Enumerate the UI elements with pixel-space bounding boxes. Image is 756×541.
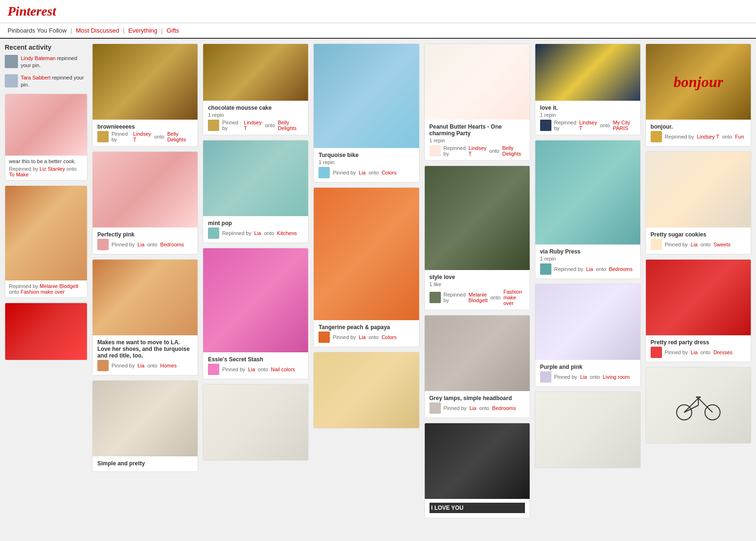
pinner-avatar-3-2 bbox=[318, 332, 330, 343]
pin-card-img-5-2[interactable] bbox=[535, 140, 640, 244]
sidebar-pin-pinner-1[interactable]: Liz Stanley bbox=[40, 166, 65, 172]
board-link-5-2[interactable]: Bedrooms bbox=[609, 266, 633, 272]
board-link-4-1[interactable]: Belly Delights bbox=[502, 145, 525, 157]
pin-column-3: Turquoise bike 1 repin Pinned by Lia ont… bbox=[313, 44, 419, 518]
pinner-link-3-1[interactable]: Lia bbox=[359, 170, 366, 175]
sidebar-title: Recent activity bbox=[5, 44, 87, 51]
pin-card-img-2-3[interactable] bbox=[203, 248, 308, 352]
activity-user-2[interactable]: Tara Sabbert bbox=[21, 75, 51, 80]
pin-card-img-1-3[interactable] bbox=[93, 260, 198, 335]
pin-card-img-6-3[interactable] bbox=[646, 260, 751, 335]
board-link-1-1[interactable]: Belly Delights bbox=[167, 131, 193, 142]
pinner-link-2-3[interactable]: Lia bbox=[248, 366, 255, 372]
pinner-link-4-1[interactable]: Lindsey T bbox=[469, 145, 487, 157]
pin-card-img-1-2[interactable] bbox=[93, 152, 198, 227]
main-content: Recent activity Lindy Bateman repinned y… bbox=[0, 39, 756, 523]
pin-card-title-1-2: Perfectly pink bbox=[97, 231, 193, 238]
sidebar-pin-pinner-2[interactable]: Melanie Blodgett bbox=[40, 283, 78, 289]
pin-card-img-5-4[interactable] bbox=[535, 392, 640, 468]
pinner-link-2-2[interactable]: Lia bbox=[254, 230, 261, 236]
pin-card-2-1: chocolate mousse cake 1 repin Pinned by … bbox=[203, 44, 309, 135]
pin-card-img-4-1[interactable] bbox=[425, 44, 530, 120]
sidebar-pin-img-3[interactable] bbox=[5, 303, 87, 360]
board-link-4-2[interactable]: Fashion make over bbox=[503, 289, 524, 306]
pinner-link-5-3[interactable]: Lia bbox=[580, 374, 587, 380]
pin-card-img-4-2[interactable] bbox=[425, 166, 530, 270]
pin-card-info-1-2: Perfectly pink Pinned by Lia onto Bedroo… bbox=[93, 227, 198, 254]
sidebar-pin-info-2: Repinned by Melanie Blodgett onto Fashio… bbox=[5, 280, 87, 297]
board-link-3-2[interactable]: Colors bbox=[381, 334, 396, 340]
board-link-4-3[interactable]: Bedrooms bbox=[492, 405, 516, 411]
pin-card-img-6-1[interactable]: bonjour bbox=[646, 44, 751, 120]
pin-card-img-4-3[interactable] bbox=[425, 315, 530, 391]
pin-card-5-1: love it. 1 repin Repinned by Lindsey T o… bbox=[535, 44, 641, 135]
pin-card-meta-4-3: Pinned by Lia onto Bedrooms bbox=[430, 402, 525, 414]
board-link-6-1[interactable]: Fun bbox=[735, 134, 744, 140]
pin-column-6: bonjour bonjour. Repinned by Lindsey T o… bbox=[645, 44, 751, 518]
pinner-link-3-2[interactable]: Lia bbox=[359, 334, 366, 340]
pin-card-img-1-1[interactable] bbox=[93, 44, 198, 120]
nav-most-discussed[interactable]: Most Discussed bbox=[76, 27, 119, 34]
pinner-link-6-3[interactable]: Lia bbox=[691, 349, 698, 355]
pinner-link-1-1[interactable]: Lindsey T bbox=[133, 131, 152, 142]
pin-card-img-6-2[interactable] bbox=[646, 152, 751, 227]
pin-card-info-1-3: Makes me want to move to LA. Love her sh… bbox=[93, 335, 198, 375]
pin-card-title-1-4: Simple and pretty bbox=[97, 460, 193, 467]
pin-card-info-1-4: Simple and pretty bbox=[93, 456, 198, 471]
pinner-avatar-5-1 bbox=[540, 120, 551, 131]
pin-card-repin-4-1: 1 repin bbox=[430, 138, 525, 143]
board-link-2-3[interactable]: Nail colors bbox=[271, 366, 295, 372]
pinner-link-4-2[interactable]: Melanie Blodgett bbox=[469, 292, 488, 303]
logo[interactable]: Pinterest bbox=[8, 4, 56, 19]
pin-card-img-2-4[interactable] bbox=[203, 384, 308, 460]
pin-card-img-3-2[interactable] bbox=[314, 188, 419, 320]
pin-card-title-5-2: via Ruby Press bbox=[540, 248, 636, 255]
pinner-link-2-1[interactable]: Lindsey T bbox=[244, 120, 262, 131]
pin-card-meta-6-1: Repinned by Lindsey T onto Fun bbox=[651, 131, 746, 142]
board-link-2-2[interactable]: Kitchens bbox=[277, 230, 297, 236]
pin-card-img-4-4[interactable] bbox=[425, 423, 530, 499]
sidebar-pin-3 bbox=[5, 303, 87, 360]
pin-card-img-3-1[interactable] bbox=[314, 44, 419, 148]
pin-card-img-5-3[interactable] bbox=[535, 284, 640, 360]
board-link-5-1[interactable]: My City PARIS bbox=[613, 120, 636, 131]
board-link-3-1[interactable]: Colors bbox=[381, 170, 396, 175]
sidebar-pin-img-2[interactable] bbox=[5, 186, 87, 280]
board-link-2-1[interactable]: Belly Delights bbox=[278, 120, 303, 131]
sidebar-pin-meta-text-1: Repinned by bbox=[9, 166, 38, 172]
sidebar-pin-board-1[interactable]: To Make bbox=[9, 172, 29, 177]
pin-card-img-2-1[interactable] bbox=[203, 44, 308, 101]
pinner-link-6-1[interactable]: Lindsey T bbox=[697, 134, 720, 140]
pin-card-img-6-4[interactable] bbox=[646, 367, 751, 443]
board-link-6-2[interactable]: Sweets bbox=[713, 242, 730, 247]
pinner-link-4-3[interactable]: Lia bbox=[469, 405, 476, 411]
pin-card-meta-3-2: Pinned by Lia onto Colors bbox=[318, 332, 414, 343]
nav-gifts[interactable]: Gifts bbox=[166, 27, 179, 34]
pin-card-4-2: style love 1 like Repinned by Melanie Bl… bbox=[424, 166, 530, 310]
nav-sep-3: | bbox=[161, 27, 163, 34]
pinner-link-1-3[interactable]: Lia bbox=[137, 363, 145, 368]
board-link-5-3[interactable]: Living room bbox=[603, 374, 630, 380]
pin-card-img-3-3[interactable] bbox=[314, 352, 419, 428]
pin-card-img-1-4[interactable] bbox=[93, 381, 198, 456]
board-link-1-3[interactable]: Homes bbox=[160, 363, 177, 368]
sidebar-pin-img-1[interactable] bbox=[5, 94, 87, 156]
pin-card-img-2-2[interactable] bbox=[203, 140, 308, 216]
sidebar-pin-board-2[interactable]: Fashion make over bbox=[20, 289, 65, 295]
pinner-link-6-2[interactable]: Lia bbox=[691, 242, 698, 247]
pin-column-4: Peanut Butter Hearts - One charming Part… bbox=[424, 44, 530, 518]
pin-card-3-2: Tangerine peach & papaya Pinned by Lia o… bbox=[313, 187, 419, 347]
nav-everything[interactable]: Everything bbox=[129, 27, 157, 34]
pin-card-info-4-4: I LOVE YOU bbox=[425, 499, 530, 518]
pinner-link-5-1[interactable]: Lindsey T bbox=[579, 120, 597, 131]
pinner-avatar-6-3 bbox=[651, 347, 662, 358]
sidebar-pin-info-1: wear this to be a better cook. Repinned … bbox=[5, 156, 87, 180]
activity-user-1[interactable]: Lindy Bateman bbox=[21, 55, 55, 61]
board-link-6-3[interactable]: Dresses bbox=[713, 349, 732, 355]
pin-card-info-2-2: mint pop Repinned by Lia onto Kitchens bbox=[203, 216, 308, 243]
board-link-1-2[interactable]: Bedrooms bbox=[160, 242, 184, 247]
pinner-link-5-2[interactable]: Lia bbox=[586, 266, 593, 272]
pinner-link-1-2[interactable]: Lia bbox=[137, 242, 145, 247]
pin-card-img-5-1[interactable] bbox=[535, 44, 640, 101]
pin-card-repin-2-1: 1 repin bbox=[208, 112, 303, 118]
